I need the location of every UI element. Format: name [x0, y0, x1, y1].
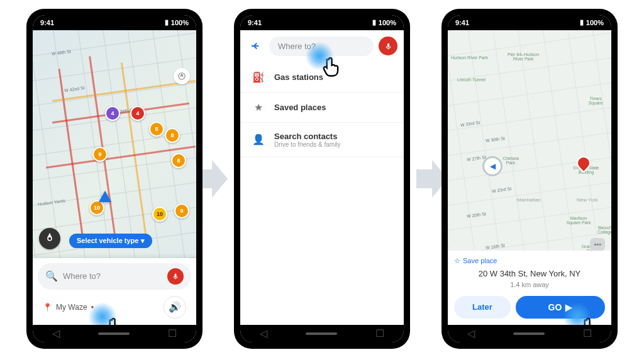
traffic-pin[interactable]: 9: [174, 203, 189, 218]
traffic-pin[interactable]: 10: [152, 207, 167, 222]
search-item-gas[interactable]: ⛽ Gas stations: [240, 62, 404, 93]
search-bar[interactable]: 🔍 Where to?: [38, 263, 191, 290]
vehicle-type-pill[interactable]: Select vehicle type▾: [69, 234, 152, 248]
status-bar: 9:41 ▮100%: [448, 15, 611, 30]
destination-distance: 1.4 km away: [454, 281, 605, 288]
status-bar: 9:41 ▮100%: [240, 15, 404, 30]
save-place-button[interactable]: ☆Save place: [454, 257, 605, 265]
my-waze-button[interactable]: 📍 My Waze ●: [43, 303, 94, 312]
back-button[interactable]: [247, 37, 264, 55]
search-placeholder: Where to?: [63, 271, 162, 281]
more-button[interactable]: •••: [590, 238, 605, 251]
mic-button[interactable]: [379, 37, 397, 55]
play-icon: ▶: [565, 302, 572, 312]
phone-1: 9:41 ▮100% W 49th St W 42nd St W 38th St…: [26, 9, 203, 349]
search-item-contacts[interactable]: 👤 Search contacts Drive to friends & fam…: [240, 123, 404, 157]
mic-button[interactable]: [167, 268, 184, 285]
star-icon: ☆: [454, 257, 460, 265]
android-nav: ◁☐: [33, 325, 196, 343]
destination-address: 20 W 34th St, New York, NY: [454, 269, 605, 278]
pin-icon: 📍: [43, 303, 52, 312]
destination-panel: ☆Save place 20 W 34th St, New York, NY 1…: [448, 251, 611, 325]
traffic-pin[interactable]: 8: [149, 122, 164, 137]
battery-pct: 100%: [171, 19, 189, 26]
user-location-icon: [99, 191, 111, 202]
star-icon: ★: [252, 101, 265, 113]
status-bar: 9:41 ▮100%: [33, 15, 196, 30]
volume-icon: 🔊: [169, 301, 181, 313]
svg-rect-2: [387, 43, 389, 47]
traffic-pin[interactable]: 8: [165, 128, 180, 143]
android-nav: ◁☐: [240, 325, 404, 343]
phone-3: 9:41 ▮100% W 33rd St W 30th St W 27th St…: [441, 9, 618, 349]
battery-icon: ▮: [165, 18, 169, 26]
chevron-down-icon: ▾: [141, 237, 145, 245]
svg-rect-1: [175, 273, 177, 277]
traffic-pin[interactable]: 4: [105, 106, 120, 121]
later-button[interactable]: Later: [454, 296, 511, 319]
start-location-marker: ◀: [482, 156, 502, 176]
traffic-pin[interactable]: 9: [92, 147, 108, 162]
compass-button[interactable]: [174, 68, 190, 84]
bottom-panel: 🔍 Where to? 📍 My Waze ● 🔊: [33, 258, 196, 325]
go-button[interactable]: GO▶: [516, 296, 605, 319]
search-input[interactable]: Where to?: [269, 37, 374, 56]
status-time: 9:41: [40, 19, 54, 26]
status-time: 9:41: [248, 19, 262, 26]
battery-icon: ▮: [580, 18, 584, 26]
traffic-pin[interactable]: 8: [171, 153, 186, 168]
sound-button[interactable]: 🔊: [164, 296, 186, 319]
traffic-pin[interactable]: 4: [130, 106, 145, 121]
search-icon: 🔍: [45, 270, 58, 282]
android-nav: ◁☐: [448, 325, 611, 343]
status-time: 9:41: [455, 19, 469, 26]
battery-icon: ▮: [372, 18, 376, 26]
recenter-button[interactable]: [39, 228, 60, 249]
person-icon: 👤: [252, 133, 265, 145]
gas-pump-icon: ⛽: [252, 71, 265, 83]
phone-2: 9:41 ▮100% Where to? ⛽ Gas stations ★ Sa…: [234, 9, 410, 349]
search-item-saved[interactable]: ★ Saved places: [240, 93, 404, 123]
traffic-pin[interactable]: 10: [89, 200, 104, 215]
